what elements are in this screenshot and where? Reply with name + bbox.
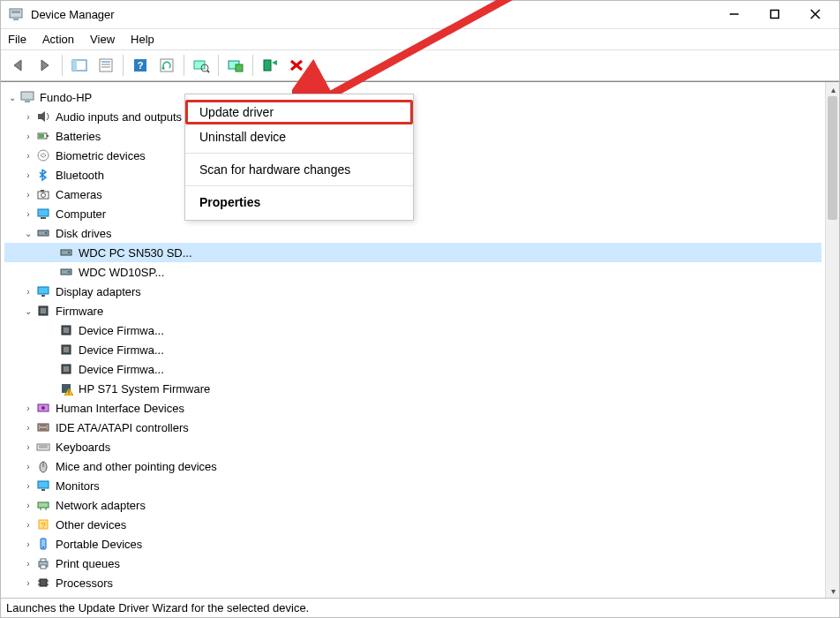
close-button[interactable] <box>795 1 836 27</box>
tree-node-label: Processors <box>56 577 113 590</box>
expand-icon[interactable]: › <box>22 151 34 161</box>
svg-point-58 <box>41 406 45 410</box>
tree-item-6[interactable]: ⌄Disk drives <box>4 223 821 243</box>
tree-node-label: HP S71 System Firmware <box>79 382 210 396</box>
update-driver-button[interactable] <box>223 53 248 78</box>
disable-device-button[interactable] <box>284 53 309 78</box>
tree-item-8-0[interactable]: Device Firmwa... <box>4 320 821 340</box>
tree-node-label: Biometric devices <box>56 149 146 162</box>
tree-node-label: WDC PC SN530 SD... <box>79 246 192 260</box>
expand-icon[interactable]: › <box>22 539 34 549</box>
computer-root-icon <box>20 90 34 104</box>
expand-icon[interactable]: › <box>22 442 34 452</box>
printer-icon <box>36 556 50 570</box>
tree-item-6-1[interactable]: WDC WD10SP... <box>4 262 821 282</box>
collapse-icon[interactable]: ⌄ <box>22 306 34 316</box>
menu-action[interactable]: Action <box>42 33 74 46</box>
tree-item-8-3[interactable]: !HP S71 System Firmware <box>4 379 821 398</box>
tree-node-label: Display adapters <box>56 285 141 298</box>
tree-item-16[interactable]: ›Portable Devices <box>4 534 821 554</box>
maximize-button[interactable] <box>754 1 795 27</box>
scroll-down-arrow[interactable]: ▾ <box>826 584 840 598</box>
expand-icon[interactable]: › <box>22 423 34 433</box>
expand-icon[interactable]: › <box>22 481 34 491</box>
expand-icon[interactable]: › <box>22 462 34 471</box>
show-hide-console-tree-button[interactable] <box>67 53 92 78</box>
expand-icon[interactable]: › <box>22 209 34 219</box>
menu-help[interactable]: Help <box>131 33 154 46</box>
svg-rect-78 <box>41 565 46 569</box>
expand-icon[interactable]: › <box>22 501 34 510</box>
firmware-icon <box>36 304 50 318</box>
collapse-icon[interactable]: ⌄ <box>22 229 34 238</box>
tree-item-17[interactable]: ›Print queues <box>4 554 821 573</box>
svg-line-19 <box>207 71 209 72</box>
collapse-icon[interactable]: ⌄ <box>6 93 19 102</box>
svg-rect-36 <box>38 209 49 216</box>
context-menu-item-update-driver[interactable]: Update driver <box>185 100 413 124</box>
svg-point-43 <box>68 271 70 273</box>
network-icon <box>36 498 50 512</box>
back-button[interactable] <box>6 53 31 78</box>
minimize-button[interactable] <box>714 1 754 27</box>
svg-rect-9 <box>100 59 112 72</box>
tree-item-12[interactable]: ›Mice and other pointing devices <box>4 456 821 476</box>
tree-item-10[interactable]: ›IDE ATA/ATAPI controllers <box>4 418 821 437</box>
window-title: Device Manager <box>31 8 714 21</box>
help-button[interactable]: ? <box>128 53 153 78</box>
uninstall-device-button[interactable] <box>258 53 282 78</box>
computer-icon <box>36 207 50 221</box>
expand-icon[interactable]: › <box>22 132 34 141</box>
expand-icon[interactable]: › <box>22 112 34 122</box>
tree-item-14[interactable]: ›Network adapters <box>4 495 821 515</box>
speaker-icon <box>36 109 50 124</box>
svg-rect-77 <box>41 559 46 561</box>
firmware-warn-icon: ! <box>59 381 73 396</box>
tree-node-label: Device Firmwa... <box>79 343 164 357</box>
menubar: File Action View Help <box>1 29 839 50</box>
scroll-thumb[interactable] <box>828 96 837 220</box>
forward-button[interactable] <box>33 53 57 78</box>
tree-item-7[interactable]: ›Display adapters <box>4 282 821 301</box>
other-icon: ? <box>36 517 50 531</box>
context-menu-item-uninstall-device[interactable]: Uninstall device <box>185 124 413 149</box>
svg-rect-69 <box>38 502 49 508</box>
tree-item-11[interactable]: ›Keyboards <box>4 437 821 456</box>
tree-item-8[interactable]: ⌄Firmware <box>4 301 821 320</box>
tree-item-13[interactable]: ›Monitors <box>4 476 821 495</box>
scan-hardware-button[interactable] <box>189 53 214 78</box>
menu-file[interactable]: File <box>8 33 26 46</box>
tree-item-18[interactable]: ›Processors <box>4 573 821 592</box>
context-menu-item-scan-for-hardware-changes[interactable]: Scan for hardware changes <box>185 157 413 182</box>
tree-item-8-2[interactable]: Device Firmwa... <box>4 359 821 379</box>
expand-icon[interactable]: › <box>22 559 34 569</box>
expand-icon[interactable]: › <box>22 287 34 297</box>
vertical-scrollbar[interactable]: ▴ ▾ <box>825 82 839 598</box>
tree-item-8-1[interactable]: Device Firmwa... <box>4 340 821 359</box>
refresh-button[interactable] <box>154 53 179 78</box>
tree-item-9[interactable]: ›Human Interface Devices <box>4 398 821 418</box>
firmware-icon <box>59 362 73 376</box>
properties-button[interactable] <box>94 53 118 78</box>
expand-icon[interactable]: › <box>22 170 34 180</box>
expand-icon[interactable]: › <box>22 403 34 413</box>
svg-rect-40 <box>61 250 71 255</box>
svg-rect-30 <box>47 135 49 137</box>
titlebar: Device Manager <box>1 1 839 29</box>
scroll-up-arrow[interactable]: ▴ <box>826 82 840 96</box>
svg-rect-4 <box>771 11 779 19</box>
expand-icon[interactable]: › <box>22 520 34 530</box>
svg-rect-45 <box>41 295 45 297</box>
tree-item-6-0[interactable]: WDC PC SN530 SD... <box>4 243 821 262</box>
tree-item-15[interactable]: ›?Other devices <box>4 515 821 534</box>
svg-point-39 <box>45 232 47 234</box>
svg-rect-68 <box>41 489 45 491</box>
menu-view[interactable]: View <box>90 33 115 46</box>
svg-rect-67 <box>38 481 49 488</box>
context-menu-item-properties[interactable]: Properties <box>185 190 413 215</box>
expand-icon[interactable]: › <box>22 190 34 200</box>
toolbar-separator <box>252 55 253 76</box>
tree-node-label: IDE ATA/ATAPI controllers <box>56 421 189 434</box>
expand-icon[interactable]: › <box>22 578 34 588</box>
svg-rect-22 <box>264 60 271 71</box>
